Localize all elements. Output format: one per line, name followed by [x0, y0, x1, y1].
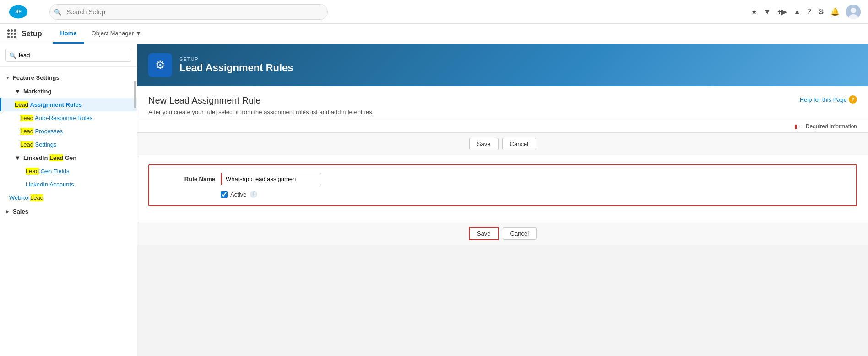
setup-title: Setup	[22, 30, 42, 38]
lead-highlight-1: Lead Assignment Rules	[15, 101, 82, 108]
gear-icon: ⚙	[155, 59, 165, 71]
salesforce-logo: SF	[7, 4, 29, 20]
main-layout: 🔍 ▼ Feature Settings ▼ Marketing Lead As…	[0, 44, 868, 356]
marketing-label: Marketing	[23, 88, 51, 95]
form-container: New Lead Assignment Rule Help for this P…	[137, 86, 868, 245]
required-info-text: = Required Information	[801, 123, 857, 130]
help-icon[interactable]: ?	[807, 8, 811, 16]
content-area: ⚙ SETUP Lead Assignment Rules New Lead A…	[137, 44, 868, 356]
lead-highlight-4: Lead Settings	[20, 141, 57, 148]
add-icon[interactable]: +▶	[777, 7, 787, 16]
bottom-cancel-button[interactable]: Cancel	[503, 227, 537, 240]
active-checkbox[interactable]	[221, 191, 228, 198]
sidebar-search-icon: 🔍	[9, 52, 16, 59]
page-header-text: SETUP Lead Assignment Rules	[179, 56, 293, 74]
search-icon: 🔍	[54, 8, 61, 15]
lead-gen-fields-label: Lead Gen Fields	[26, 168, 69, 175]
settings-icon[interactable]: ⚙	[818, 7, 824, 16]
favorites-icon[interactable]: ★	[751, 7, 757, 16]
svg-text:SF: SF	[15, 9, 22, 14]
top-save-button[interactable]: Save	[469, 138, 499, 150]
feature-settings-chevron: ▼	[5, 75, 10, 80]
lead-highlight-3: Lead Processes	[20, 128, 63, 135]
sidebar-section-feature-settings[interactable]: ▼ Feature Settings	[0, 71, 137, 85]
sidebar: 🔍 ▼ Feature Settings ▼ Marketing Lead As…	[0, 44, 137, 356]
favorites-dropdown-icon[interactable]: ▼	[764, 8, 771, 16]
top-nav-right: ★ ▼ +▶ ▲ ? ⚙ 🔔	[751, 5, 861, 19]
sales-chevron: ►	[5, 209, 10, 214]
sidebar-content: ▼ Feature Settings ▼ Marketing Lead Assi…	[0, 67, 137, 356]
sidebar-scrollbar[interactable]	[134, 81, 136, 108]
form-subtitle: After you create your rule, select it fr…	[148, 109, 857, 115]
feature-settings-label: Feature Settings	[13, 74, 60, 81]
rule-name-field-row: Rule Name Active i	[148, 164, 857, 206]
lead-highlight-2: Lead Auto-Response Rules	[20, 115, 92, 121]
bottom-save-button[interactable]: Save	[469, 227, 499, 240]
form-fields: Rule Name Active i	[137, 155, 868, 222]
second-navigation: Setup Home Object Manager ▼	[0, 24, 868, 44]
linkedin-accounts-label: LinkedIn Accounts	[26, 181, 74, 188]
trailhead-icon[interactable]: ▲	[793, 8, 801, 16]
linkedin-chevron: ▼	[15, 154, 21, 161]
help-icon-badge: ?	[849, 95, 857, 104]
app-launcher[interactable]	[7, 29, 16, 38]
active-info-badge[interactable]: i	[250, 191, 257, 198]
sidebar-search-input[interactable]	[5, 49, 131, 62]
tab-object-manager-label: Object Manager	[92, 30, 134, 37]
top-cancel-button[interactable]: Cancel	[502, 138, 536, 150]
help-link-text: Help for this Page	[800, 96, 847, 103]
sidebar-section-sales[interactable]: ► Sales	[0, 204, 137, 219]
sidebar-item-lead-processes[interactable]: Lead Processes	[0, 125, 137, 138]
top-navigation: SF 🔍 ★ ▼ +▶ ▲ ? ⚙ 🔔	[0, 0, 868, 24]
form-title: New Lead Assignment Rule	[148, 95, 261, 106]
user-avatar[interactable]	[846, 5, 861, 19]
sidebar-item-lead-assignment-rules[interactable]: Lead Assignment Rules	[0, 98, 137, 111]
sidebar-item-lead-settings[interactable]: Lead Settings	[0, 138, 137, 151]
top-button-bar: Save Cancel	[137, 133, 868, 155]
global-search-input[interactable]	[49, 4, 328, 20]
setup-label: SETUP	[179, 56, 293, 62]
sales-label: Sales	[13, 208, 28, 215]
page-header-icon: ⚙	[148, 53, 172, 77]
search-bar: 🔍	[42, 4, 335, 20]
active-label: Active	[230, 191, 246, 198]
active-checkbox-row: Active i	[221, 191, 849, 198]
form-title-bar: New Lead Assignment Rule Help for this P…	[137, 86, 868, 120]
tab-home-label: Home	[60, 30, 76, 37]
rule-name-input[interactable]	[221, 173, 321, 185]
page-title: Lead Assignment Rules	[179, 62, 293, 74]
sidebar-search-area: 🔍	[0, 44, 137, 67]
nav-tabs: Home Object Manager ▼	[53, 24, 149, 44]
required-mark: ▮	[794, 123, 797, 130]
help-for-page-link[interactable]: Help for this Page ?	[800, 95, 857, 104]
sidebar-item-web-to-lead[interactable]: Web-to-Lead	[0, 191, 137, 204]
app-launcher-dots	[7, 29, 16, 38]
object-manager-chevron: ▼	[136, 30, 141, 37]
sidebar-subsection-marketing[interactable]: ▼ Marketing	[0, 85, 137, 98]
notification-icon[interactable]: 🔔	[830, 7, 840, 16]
page-header: ⚙ SETUP Lead Assignment Rules	[137, 44, 868, 86]
sidebar-item-lead-gen-fields[interactable]: Lead Gen Fields	[0, 164, 137, 178]
rule-name-label: Rule Name	[157, 175, 221, 182]
svg-point-3	[851, 8, 856, 13]
web-to-lead-label: Web-to-Lead	[9, 194, 43, 201]
linkedin-label: LinkedIn Lead Gen	[23, 154, 76, 161]
bottom-button-bar: Save Cancel	[137, 222, 868, 245]
sidebar-item-lead-auto-response-rules[interactable]: Lead Auto-Response Rules	[0, 111, 137, 125]
sidebar-item-linkedin-accounts[interactable]: LinkedIn Accounts	[0, 178, 137, 191]
sidebar-subsection-linkedin[interactable]: ▼ LinkedIn Lead Gen	[0, 151, 137, 164]
tab-home[interactable]: Home	[53, 24, 84, 44]
tab-object-manager[interactable]: Object Manager ▼	[84, 24, 149, 44]
rule-name-input-wrap	[221, 173, 849, 185]
marketing-chevron: ▼	[15, 88, 21, 95]
required-info-bar: ▮ = Required Information	[137, 120, 868, 133]
